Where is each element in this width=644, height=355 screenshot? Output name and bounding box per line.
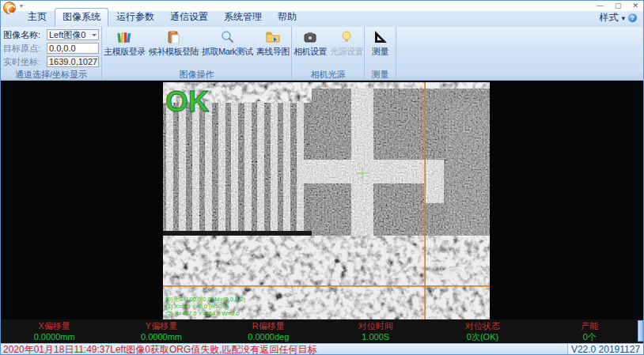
minimize-button[interactable]: — (597, 2, 604, 10)
status-capacity: 产能 0个 (536, 319, 643, 343)
folder-icon (265, 30, 281, 43)
status-readout-bar: X偏移量 0.0000mm Y偏移量 0.0000mm R偏移量 0.0000d… (1, 319, 643, 343)
grab-mark-test-button[interactable]: 抓取Mark测试 (200, 28, 254, 69)
ribbon-tab-bar: 主页 图像系统 运行参数 通信设置 系统管理 帮助 样式 ▾ ? (1, 11, 643, 27)
group-channel-coords: 图像名称: Left图像0 目标原点: 0.0,0.0 实时坐标: 1639.0… (1, 27, 102, 70)
light-settings-button[interactable]: 光源设置 (328, 28, 365, 69)
tab-image-system[interactable]: 图像系统 (55, 8, 108, 27)
status-r-offset: R偏移量 0.0000deg (215, 319, 322, 343)
error-message-text: 2020年01月18日11:49:37Left图像0获取ORG值失败,匹配没有返… (1, 344, 567, 355)
target-origin-label: 目标原点: (3, 43, 47, 55)
status-y-offset: Y偏移量 0.0000mm (108, 319, 214, 343)
tab-help[interactable]: 帮助 (270, 8, 305, 27)
caption-measure: 测量 (365, 70, 396, 80)
maximize-button[interactable]: ▢ (615, 2, 622, 10)
style-caret-icon[interactable]: ▾ (621, 14, 625, 22)
image-name-label: 图像名称: (3, 29, 47, 41)
ribbon-group-captions: 通道选择/坐标显示 图像操作 相机光源 测量 (1, 70, 643, 81)
caption-camera-light: 相机光源 (292, 70, 365, 80)
magnifier-icon (219, 30, 235, 43)
app-window: ▾ — ▢ ✕ 主页 图像系统 运行参数 通信设置 系统管理 帮助 样式 ▾ ?… (0, 0, 644, 355)
books-icon (116, 30, 132, 43)
set-square-icon (373, 30, 388, 43)
top-red-mark: III (324, 84, 328, 89)
status-align-state: 对位状态 0次(OK) (429, 319, 536, 343)
help-icon[interactable]: ? (628, 13, 637, 22)
image-name-combo[interactable]: Left图像0 (47, 29, 99, 40)
close-button[interactable]: ✕ (632, 2, 638, 10)
app-logo-icon[interactable] (3, 2, 16, 14)
camera-icon (302, 30, 318, 43)
group-measure: 测量 (365, 27, 396, 70)
tab-comm-settings[interactable]: 通信设置 (162, 8, 216, 27)
ribbon: 图像名称: Left图像0 目标原点: 0.0,0.0 实时坐标: 1639.0… (1, 27, 643, 70)
right-panel-light (446, 103, 490, 236)
realtime-coord-input[interactable]: 1639.0,1027.0 (47, 56, 99, 67)
group-image-ops: 主模版登录 候补模板登陆 (102, 27, 292, 70)
group-camera-light: 相机设置 光源设置 (292, 27, 365, 70)
style-menu-button[interactable]: 样式 (599, 11, 618, 25)
tab-system-mgmt[interactable]: 系统管理 (216, 8, 270, 27)
target-origin-input[interactable]: 0.0,0.0 (47, 43, 99, 54)
clipboard-icon (165, 30, 181, 43)
caption-channel-coords: 通道选择/坐标显示 (1, 70, 102, 80)
svg-text:(1) X=0.0 Y=0.0 (R=0.0): (1) X=0.0 Y=0.0 (R=0.0) (165, 303, 229, 310)
caption-image-ops: 图像操作 (102, 70, 292, 80)
camera-image: OK III (0)亮S=100.0(0.0) M=(0.0,0.0) (1) … (163, 82, 490, 319)
status-scrollbar[interactable] (638, 320, 643, 342)
bulb-icon (339, 30, 354, 43)
version-label: V22.0 20191127 (567, 344, 643, 355)
crosshair-horizontal-line (163, 285, 490, 287)
status-align-time: 对位时间 1.000S (322, 319, 429, 343)
measure-button[interactable]: 测量 (370, 28, 390, 69)
svg-text:(0)亮S=100.0(0.0) M=(0.0,0.0): (0)亮S=100.0(0.0) M=(0.0,0.0) (165, 296, 245, 303)
camera-view-area: OK III (0)亮S=100.0(0.0) M=(0.0,0.0) (1) … (1, 81, 643, 343)
main-template-login-button[interactable]: 主模版登录 (102, 28, 147, 69)
camera-settings-button[interactable]: 相机设置 (292, 28, 328, 69)
tab-home[interactable]: 主页 (20, 8, 55, 27)
result-ok-text: OK (165, 85, 210, 118)
window-controls: — ▢ ✕ (597, 2, 638, 10)
offline-image-import-button[interactable]: 离线导图 (255, 28, 291, 69)
backup-template-login-button[interactable]: 候补模板登陆 (147, 28, 200, 69)
status-x-offset: X偏移量 0.0000mm (1, 319, 108, 343)
crosshair-vertical-line (424, 82, 426, 319)
svg-text:(2) X=457.0 Y=254.0 W=0.0: (2) X=457.0 Y=254.0 W=0.0 (165, 310, 239, 317)
realtime-coord-label: 实时坐标: (3, 56, 47, 68)
tab-run-params[interactable]: 运行参数 (108, 8, 162, 27)
message-bar: 2020年01月18日11:49:37Left图像0获取ORG值失败,匹配没有返… (1, 343, 643, 355)
